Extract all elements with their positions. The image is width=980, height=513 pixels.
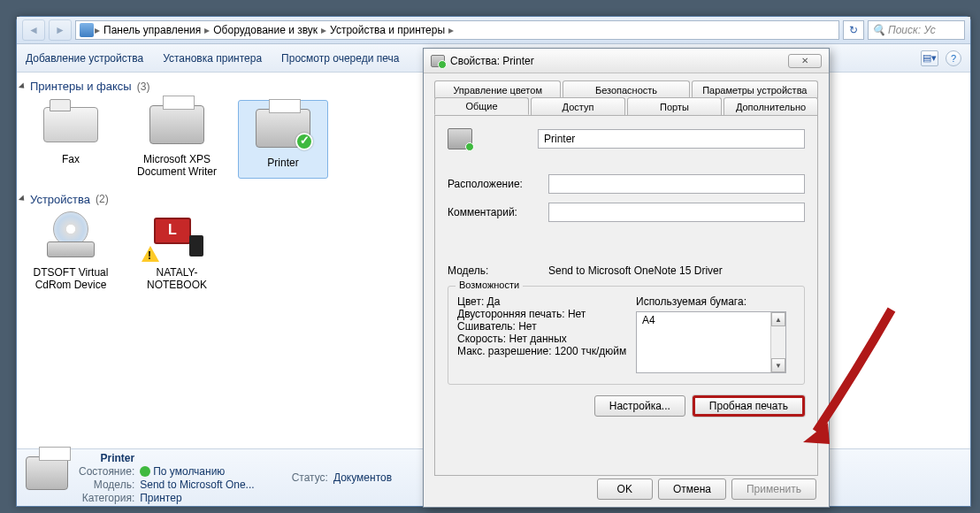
dialog-titlebar[interactable]: Свойства: Printer ✕ xyxy=(424,49,829,73)
tab-device-settings[interactable]: Параметры устройства xyxy=(692,80,818,98)
location-input[interactable] xyxy=(548,174,805,194)
item-label: DTSOFT Virtual CdRom Device xyxy=(26,266,116,292)
address-bar: ◄ ► ▸ Панель управления ▸ Оборудование и… xyxy=(17,17,970,44)
tab-security[interactable]: Безопасность xyxy=(563,80,689,98)
paper-value: A4 xyxy=(642,314,655,326)
default-check-icon xyxy=(295,133,313,150)
details-status-value: Документов xyxy=(333,471,392,484)
refresh-button[interactable]: ↻ xyxy=(843,20,864,40)
paper-list[interactable]: A4 ▲ ▼ xyxy=(636,311,786,373)
breadcrumb-seg[interactable]: Оборудование и звук xyxy=(211,24,320,36)
category-count: (3) xyxy=(137,80,150,93)
printer-icon xyxy=(26,456,68,490)
model-value: Send to Microsoft OneNote 15 Driver xyxy=(548,264,723,277)
cancel-button[interactable]: Отмена xyxy=(658,479,726,500)
details-cat-label: Категория: xyxy=(79,492,134,504)
cap-staple: Сшиватель: Нет xyxy=(457,320,636,333)
model-label: Модель: xyxy=(448,264,536,277)
details-state-value: По умолчанию xyxy=(140,465,254,478)
tab-advanced[interactable]: Дополнительно xyxy=(724,97,818,115)
scroll-down-icon[interactable]: ▼ xyxy=(771,358,785,372)
group-title: Возможности xyxy=(456,279,523,290)
close-button[interactable]: ✕ xyxy=(788,54,822,68)
view-queue-button[interactable]: Просмотр очереди печа xyxy=(281,52,399,65)
device-item-printer[interactable]: Printer xyxy=(238,100,328,179)
tab-strip: Управление цветом Безопасность Параметры… xyxy=(424,73,829,115)
breadcrumb-seg[interactable]: Устройства и принтеры xyxy=(327,24,448,36)
test-page-button[interactable]: Пробная печать xyxy=(693,395,805,417)
add-device-button[interactable]: Добавление устройства xyxy=(26,52,143,65)
details-model-label: Модель: xyxy=(79,479,134,491)
details-state-label: Состояние: xyxy=(79,465,134,478)
preferences-button[interactable]: Настройка... xyxy=(594,395,685,417)
add-printer-button[interactable]: Установка принтера xyxy=(163,52,262,65)
tab-ports[interactable]: Порты xyxy=(627,97,722,115)
device-item-xps[interactable]: Microsoft XPS Document Writer xyxy=(132,100,222,179)
details-model-value: Send to Microsoft One... xyxy=(140,479,254,491)
printer-icon xyxy=(448,128,472,149)
category-title: Принтеры и факсы xyxy=(30,80,132,93)
item-label: Microsoft XPS Document Writer xyxy=(132,153,222,179)
warning-icon xyxy=(142,246,159,262)
help-button[interactable]: ? xyxy=(946,50,961,66)
item-label: Fax xyxy=(62,153,80,165)
apply-button[interactable]: Применить xyxy=(731,479,816,500)
scroll-up-icon[interactable]: ▲ xyxy=(771,312,785,326)
search-placeholder: Поиск: Ус xyxy=(888,24,936,36)
breadcrumb[interactable]: ▸ Панель управления ▸ Оборудование и зву… xyxy=(75,20,839,40)
cap-speed: Скорость: Нет данных xyxy=(457,333,636,345)
capabilities-group: Возможности Цвет: Да Двусторонняя печать… xyxy=(448,286,805,385)
printer-name-input[interactable]: Printer xyxy=(538,129,805,149)
collapse-icon xyxy=(19,195,27,203)
device-item-computer[interactable]: NATALY-NOTEBOOK xyxy=(132,213,222,292)
cdrom-icon xyxy=(47,218,95,257)
details-name: Printer xyxy=(79,452,134,464)
category-title: Устройства xyxy=(30,193,90,206)
category-count: (2) xyxy=(96,193,109,205)
device-item-cdrom[interactable]: DTSOFT Virtual CdRom Device xyxy=(26,213,116,292)
fax-icon xyxy=(43,107,98,142)
printer-icon xyxy=(149,105,204,144)
search-input[interactable]: 🔍Поиск: Ус xyxy=(868,20,965,40)
details-status-label: Статус: xyxy=(292,471,328,484)
view-options-button[interactable]: ▤▾ xyxy=(921,50,938,66)
dialog-title: Свойства: Printer xyxy=(450,55,534,67)
cap-color: Цвет: Да xyxy=(457,295,636,308)
collapse-icon xyxy=(19,82,27,90)
tab-sharing[interactable]: Доступ xyxy=(531,97,625,115)
breadcrumb-seg[interactable]: Панель управления xyxy=(101,24,203,36)
ok-button[interactable]: OK xyxy=(597,479,653,500)
tab-general[interactable]: Общие xyxy=(434,97,529,115)
location-icon xyxy=(80,23,94,37)
item-label: Printer xyxy=(267,157,298,169)
paper-label: Используемая бумага: xyxy=(636,295,795,308)
tab-panel-general: Printer Расположение: Комментарий: Модел… xyxy=(434,115,818,476)
comment-label: Комментарий: xyxy=(448,206,536,218)
comment-input[interactable] xyxy=(548,203,805,222)
scrollbar[interactable]: ▲ ▼ xyxy=(770,312,785,372)
details-cat-value: Принтер xyxy=(140,492,254,504)
forward-button[interactable]: ► xyxy=(49,19,72,41)
cap-duplex: Двусторонняя печать: Нет xyxy=(457,308,636,320)
back-button[interactable]: ◄ xyxy=(22,19,45,41)
location-label: Расположение: xyxy=(448,178,536,190)
cap-resolution: Макс. разрешение: 1200 тчк/дюйм xyxy=(457,345,636,357)
item-label: NATALY-NOTEBOOK xyxy=(132,266,222,292)
printer-icon xyxy=(256,109,310,148)
computer-icon xyxy=(149,218,205,258)
printer-icon xyxy=(431,55,445,67)
properties-dialog: Свойства: Printer ✕ Управление цветом Бе… xyxy=(423,48,830,508)
tab-color-mgmt[interactable]: Управление цветом xyxy=(434,80,561,98)
device-item-fax[interactable]: Fax xyxy=(26,100,116,179)
